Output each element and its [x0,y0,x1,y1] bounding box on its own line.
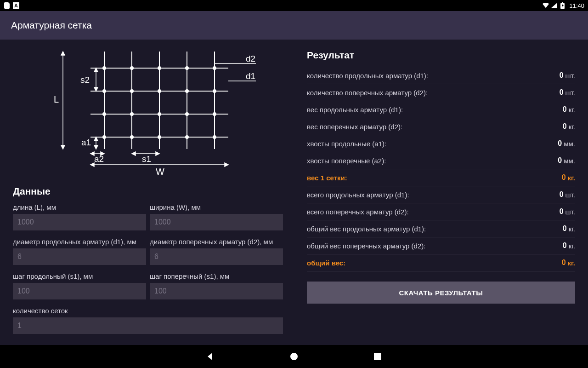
d1-label: диаметр продольных арматур (d1), мм [13,238,146,246]
result-value: 0 [563,242,567,250]
svg-marker-35 [61,145,65,149]
app-bar: Арматурная сетка [0,11,588,40]
status-bar: A 11:40 [0,0,588,11]
d2-label: диаметр поперечных арматур (d2), мм [150,238,283,246]
s2-input[interactable] [150,283,283,299]
svg-rect-3 [562,2,563,3]
svg-point-16 [185,66,189,70]
home-button[interactable] [289,351,299,362]
svg-marker-43 [94,87,98,91]
result-value: 0 [560,71,564,80]
svg-point-19 [130,89,134,93]
result-row: всего продольных арматур (d1):0шт. [307,186,575,203]
result-value: 0 [562,259,566,267]
svg-point-30 [158,135,161,139]
result-value: 0 [563,122,567,131]
result-value: 0 [558,156,562,165]
svg-point-61 [290,353,298,360]
width-input[interactable] [150,214,283,230]
result-row: хвосты поперечные (a2):0мм. [307,152,575,169]
result-row: вес продольных арматур (d1):0кг. [307,101,575,118]
result-unit: кг. [569,242,575,250]
svg-point-15 [158,66,161,70]
width-label: ширина (W), мм [150,203,283,211]
result-label: общий вес продольных арматур (d1): [307,225,426,233]
result-value: 0 [560,88,564,97]
svg-text:s2: s2 [80,75,90,85]
result-label: всего продольных арматур (d1): [307,191,409,199]
svg-point-20 [158,89,161,93]
result-unit: шт. [565,191,575,199]
d2-input[interactable] [150,248,283,265]
status-time: 11:40 [569,2,584,9]
back-button[interactable] [205,351,215,362]
svg-text:L: L [54,94,59,104]
result-label: всего поперечных арматур (d2): [307,208,409,216]
length-label: длина (L), мм [13,203,146,211]
result-unit: кг. [569,225,575,233]
svg-marker-42 [94,68,98,72]
s1-input[interactable] [13,283,146,299]
result-row: всего поперечных арматур (d2):0шт. [307,203,575,220]
svg-text:d2: d2 [246,54,255,63]
recent-button[interactable] [373,351,383,362]
svg-marker-47 [94,145,98,149]
s1-label: шаг продольный (s1), мм [13,272,146,280]
svg-rect-62 [374,353,381,360]
length-input[interactable] [13,214,146,230]
count-label: количество сеток [13,307,283,315]
result-label: вес продольных арматур (d1): [307,106,403,114]
text-icon: A [13,2,19,9]
mesh-diagram: L W s2 [13,50,283,178]
result-label: хвосты поперечные (a2): [307,157,386,165]
d1-input[interactable] [13,248,146,265]
page-title: Арматурная сетка [11,20,92,31]
result-value: 0 [558,139,562,148]
svg-marker-38 [90,163,94,167]
result-unit: шт. [565,208,575,216]
download-button[interactable]: СКАЧАТЬ РЕЗУЛЬТАТЫ [307,282,575,304]
svg-point-23 [102,112,106,116]
svg-marker-39 [225,163,228,167]
result-unit: кг. [568,259,575,267]
result-unit: шт. [565,89,575,97]
svg-text:A: A [14,3,18,8]
svg-marker-50 [90,152,94,155]
result-label: вес поперечных арматур (d2): [307,123,402,131]
result-value: 0 [560,190,564,199]
svg-point-24 [130,112,134,116]
count-input[interactable] [13,317,283,334]
svg-point-18 [102,89,106,93]
result-label: количество поперечных арматур (d2): [307,89,428,97]
result-value: 0 [563,105,567,114]
result-row: общий вес:0кг. [307,254,575,271]
result-unit: мм. [564,140,575,148]
svg-point-22 [213,89,216,93]
svg-text:a1: a1 [81,138,91,147]
result-row: вес поперечных арматур (d2):0кг. [307,118,575,135]
signal-icon [551,2,557,9]
result-value: 0 [560,207,564,216]
svg-marker-34 [61,52,65,55]
result-row: количество поперечных арматур (d2):0шт. [307,84,575,101]
svg-point-26 [185,112,189,116]
svg-point-27 [213,112,216,116]
battery-icon [559,2,565,9]
result-unit: кг. [569,106,575,114]
svg-point-28 [102,135,106,139]
svg-point-21 [185,89,189,93]
result-row: общий вес продольных арматур (d1):0кг. [307,220,575,237]
result-value: 0 [562,173,566,182]
svg-point-29 [130,135,134,139]
result-row: вес 1 сетки:0кг. [307,169,575,186]
result-label: количество продольных арматур (d1): [307,72,428,80]
svg-text:d1: d1 [246,71,255,81]
svg-marker-54 [132,152,136,155]
svg-marker-46 [94,137,98,141]
svg-point-31 [185,135,189,139]
svg-point-14 [130,66,134,70]
nav-bar [0,345,588,368]
result-unit: кг. [569,123,575,131]
svg-marker-55 [156,152,159,155]
result-unit: шт. [565,72,575,80]
